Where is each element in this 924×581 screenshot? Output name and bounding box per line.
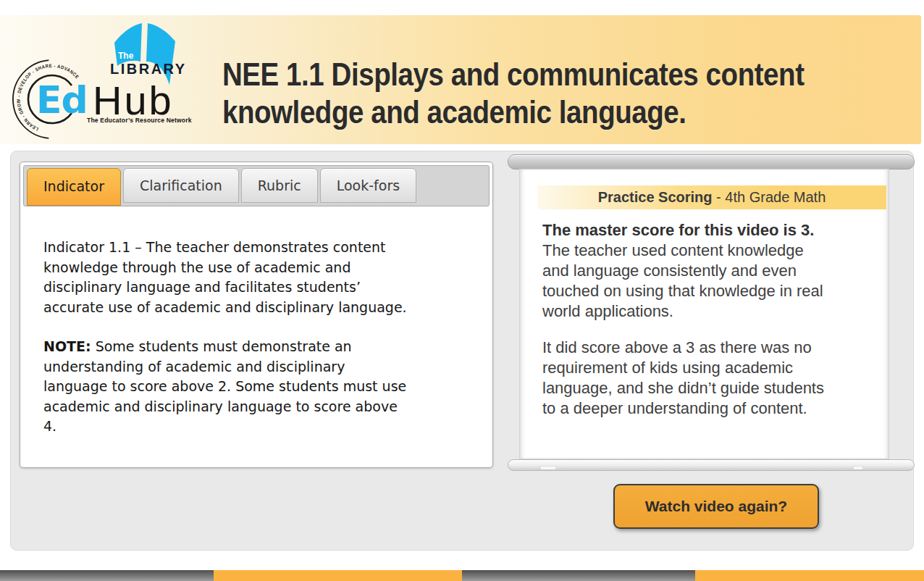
tab-clarification[interactable]: Clarification bbox=[123, 168, 239, 203]
rail-notch bbox=[540, 467, 556, 469]
edhub-logo: LEARN - GROW - DEVELOP - SHARE - ADVANCE… bbox=[10, 19, 249, 143]
logo-tagline: The Educator’s Resource Network bbox=[87, 117, 192, 124]
logo-ed-text: Ed bbox=[36, 78, 88, 122]
rail-notch bbox=[853, 467, 863, 469]
tab-bar: Indicator Clarification Rubric Look-fors bbox=[23, 165, 490, 206]
indicator-text-body: Indicator 1.1 – The teacher demonstrates… bbox=[43, 238, 472, 437]
indicator-paragraph: Indicator 1.1 – The teacher demonstrates… bbox=[43, 238, 472, 317]
tab-rubric[interactable]: Rubric bbox=[241, 168, 318, 203]
footer-stripe-gray bbox=[462, 570, 695, 581]
note-paragraph: NOTE: Some students must demonstrate an … bbox=[43, 337, 472, 437]
page-title: NEE 1.1 Displays and communicates conten… bbox=[222, 56, 805, 131]
tab-indicator[interactable]: Indicator bbox=[27, 168, 121, 206]
note-label: NOTE: bbox=[43, 338, 91, 354]
watch-video-again-button[interactable]: Watch video again? bbox=[613, 484, 819, 529]
practice-scoring-banner: Practice Scoring - 4th Grade Math bbox=[537, 185, 886, 209]
page: NEE 1.1 Displays and communicates conten… bbox=[0, 0, 924, 581]
footer-stripe-gray bbox=[0, 570, 214, 581]
master-score-paragraph: The master score for this video is 3.The… bbox=[542, 220, 881, 322]
footer-stripe-orange bbox=[214, 570, 462, 581]
screen-bottom-rail bbox=[508, 459, 915, 471]
master-score-text: The teacher used content knowledge and l… bbox=[542, 241, 823, 320]
indicator-card: Indicator Clarification Rubric Look-fors… bbox=[20, 162, 493, 468]
screen-top-rail bbox=[508, 154, 915, 170]
logo-library-text: LIBRARY bbox=[110, 61, 187, 78]
score-reason-paragraph: It did score above a 3 as there was no r… bbox=[542, 338, 881, 419]
note-text: Some students must demonstrate an unders… bbox=[43, 338, 406, 434]
projector-screen: Practice Scoring - 4th Grade Math The ma… bbox=[519, 169, 889, 459]
logo-the-text: The bbox=[118, 51, 134, 61]
practice-scoring-subject: - 4th Grade Math bbox=[713, 189, 826, 205]
footer-stripes bbox=[0, 570, 924, 581]
footer-stripe-orange bbox=[695, 570, 924, 581]
master-score-lead: The master score for this video is 3. bbox=[542, 220, 881, 241]
scoring-text-body: The master score for this video is 3.The… bbox=[542, 220, 881, 419]
book-icon: The bbox=[109, 21, 181, 90]
tab-look-fors[interactable]: Look-fors bbox=[320, 168, 416, 203]
main-panel: Indicator Clarification Rubric Look-fors… bbox=[10, 151, 914, 551]
practice-scoring-title: Practice Scoring bbox=[598, 189, 713, 205]
